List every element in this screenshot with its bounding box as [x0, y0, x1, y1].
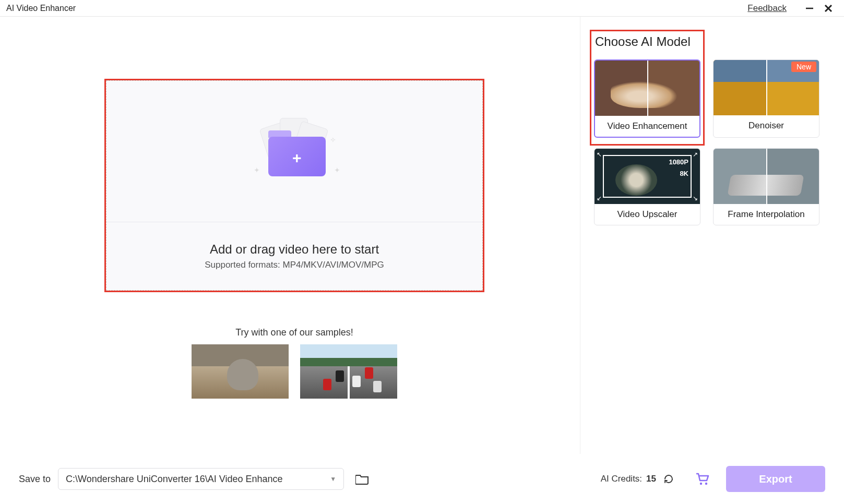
add-video-icon: + ✦ ✦ ✧ [242, 115, 347, 188]
ai-credits-label: AI Credits: [601, 474, 642, 484]
folder-icon [355, 473, 369, 485]
main-area: + ✦ ✦ ✧ Add or drag video here to start … [0, 17, 580, 454]
save-to-label: Save to [19, 474, 51, 485]
svg-point-4 [705, 483, 707, 485]
dropzone-primary-text: Add or drag video here to start [210, 242, 379, 257]
choose-model-heading: Choose AI Model [595, 34, 691, 49]
model-thumb-frameinterp [714, 149, 819, 204]
model-label: Video Upscaler [595, 204, 700, 225]
output-path-value: C:\Wondershare UniConverter 16\AI Video … [66, 474, 283, 485]
open-folder-button[interactable] [354, 471, 370, 487]
svg-point-3 [700, 483, 702, 485]
refresh-icon [663, 474, 674, 484]
close-button[interactable] [819, 1, 838, 16]
model-video-enhancement[interactable]: New Video Enhancement [594, 59, 700, 138]
ai-credits-value: 15 [646, 474, 656, 484]
model-thumb-upscaler: 1080P 8K ↖↗↙↘ [595, 149, 700, 204]
export-button[interactable]: Export [726, 466, 825, 492]
model-thumb-enhancement [595, 61, 699, 116]
footer-bar: Save to C:\Wondershare UniConverter 16\A… [0, 454, 844, 504]
minimize-button[interactable] [800, 1, 819, 16]
app-title: AI Video Enhancer [6, 4, 76, 13]
model-label: Frame Interpolation [714, 204, 819, 225]
sample-video-2[interactable] [300, 344, 397, 399]
model-label: Denoiser [714, 115, 819, 136]
purchase-credits-button[interactable] [694, 470, 711, 488]
dropzone-highlight: + ✦ ✦ ✧ Add or drag video here to start … [104, 79, 484, 292]
model-video-upscaler[interactable]: 1080P 8K ↖↗↙↘ Video Upscaler [594, 148, 700, 225]
minimize-icon [805, 4, 814, 13]
feedback-link[interactable]: Feedback [747, 3, 787, 14]
model-panel: Choose AI Model New Video Enhancement De… [580, 17, 844, 454]
output-path-select[interactable]: C:\Wondershare UniConverter 16\AI Video … [58, 468, 344, 490]
video-dropzone[interactable]: + ✦ ✦ ✧ Add or drag video here to start … [106, 80, 483, 291]
chevron-down-icon: ▼ [330, 475, 336, 483]
dropzone-formats-text: Supported formats: MP4/MKV/AVI/MOV/MPG [205, 260, 384, 270]
sample-video-1[interactable] [192, 344, 289, 399]
cart-icon [695, 472, 710, 486]
close-icon [824, 4, 833, 13]
samples-heading: Try with one of our samples! [104, 327, 484, 338]
model-label: Video Enhancement [595, 116, 699, 137]
model-frame-interpolation[interactable]: Frame Interpolation [713, 148, 819, 225]
title-bar: AI Video Enhancer Feedback [0, 0, 844, 17]
refresh-credits-button[interactable] [662, 473, 675, 485]
